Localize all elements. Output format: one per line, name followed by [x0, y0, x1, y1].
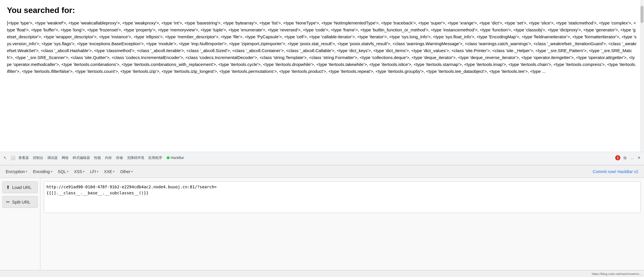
- status-text: https://blog.csdn.net/nan/znownm...: [592, 272, 642, 276]
- main-content: You searched for: [<type 'type'>, <type …: [0, 0, 644, 156]
- hackbar-commit-button[interactable]: Commit now! HackBar v2: [590, 168, 641, 175]
- hackbar-sql-menu[interactable]: SQL ▾: [56, 168, 71, 175]
- hackbar-url-input[interactable]: [44, 181, 641, 213]
- xss-chevron-icon: ▾: [83, 170, 85, 173]
- status-bar: https://blog.csdn.net/nan/znownm...: [0, 270, 644, 277]
- debugger-label[interactable]: 调试器: [46, 155, 59, 161]
- hackbar-encryption-label: Encryption: [6, 169, 25, 174]
- hackbar-lfi-label: LFI: [90, 169, 96, 174]
- hackbar-label: HackBar: [171, 156, 184, 160]
- style-editor-label[interactable]: 样式编辑器: [72, 155, 91, 161]
- hackbar-xxe-menu[interactable]: XXE ▾: [102, 168, 117, 175]
- hackbar-other-menu[interactable]: Other ▾: [118, 168, 135, 175]
- close-devtools-label[interactable]: ✕: [637, 155, 642, 160]
- more-options-label[interactable]: ...: [630, 155, 635, 160]
- encryption-chevron-icon: ▾: [26, 170, 27, 173]
- hackbar-xss-label: XSS: [74, 169, 82, 174]
- search-result-text: [<type 'type'>, <type 'weakref'>, <type …: [7, 20, 637, 75]
- hackbar-xxe-label: XXE: [104, 169, 112, 174]
- hackbar-tab[interactable]: HackBar: [165, 155, 186, 160]
- copy-icon[interactable]: ⧉: [622, 155, 628, 161]
- network-label[interactable]: 网络: [61, 155, 70, 161]
- hackbar-lfi-menu[interactable]: LFI ▾: [88, 168, 101, 175]
- console-label[interactable]: 控制台: [32, 155, 44, 161]
- hackbar-encryption-menu[interactable]: Encryption ▾: [3, 168, 29, 175]
- load-url-icon: ⬆: [6, 185, 10, 190]
- hackbar-sql-label: SQL: [58, 169, 66, 174]
- hackbar-xss-menu[interactable]: XSS ▾: [72, 168, 87, 175]
- other-chevron-icon: ▾: [131, 170, 133, 173]
- lfi-chevron-icon: ▾: [97, 170, 98, 173]
- cursor-icon[interactable]: ↖: [2, 155, 8, 161]
- storage-label[interactable]: 存储: [115, 155, 124, 161]
- load-url-button[interactable]: ⬆ Load URL: [2, 181, 38, 193]
- scroll-thumb[interactable]: [641, 6, 643, 23]
- apps-label[interactable]: 应用程序: [147, 155, 163, 161]
- xxe-chevron-icon: ▾: [113, 170, 114, 173]
- hackbar-other-label: Other: [120, 169, 130, 174]
- search-heading: You searched for:: [7, 6, 637, 15]
- view-label[interactable]: 查看器: [17, 155, 30, 161]
- hackbar-encoding-menu[interactable]: Encoding ▾: [31, 168, 54, 175]
- load-url-label: Load URL: [12, 185, 32, 190]
- split-url-label: Split URL: [12, 200, 30, 204]
- sql-chevron-icon: ▾: [67, 170, 68, 173]
- browser-toolbar: ↖ ⬜ 查看器 控制台 调试器 网络 样式编辑器 性能 内存 存储 无障碍环境 …: [0, 152, 644, 164]
- inspect-box-icon[interactable]: ⬜: [10, 155, 16, 161]
- hackbar-menubar: Encryption ▾ Encoding ▾ SQL ▾ XSS ▾ LFI …: [0, 165, 644, 178]
- hackbar-dot-icon: [167, 156, 170, 159]
- hackbar-url-area: [40, 178, 644, 270]
- performance-label[interactable]: 性能: [93, 155, 102, 161]
- hackbar-sidebar: ⬆ Load URL ✂ Split URL: [0, 178, 40, 270]
- hackbar-body: ⬆ Load URL ✂ Split URL: [0, 178, 644, 270]
- hackbar-panel: Encryption ▾ Encoding ▾ SQL ▾ XSS ▾ LFI …: [0, 165, 644, 277]
- error-badge[interactable]: 1: [615, 155, 620, 160]
- accessibility-label[interactable]: 无障碍环境: [126, 155, 145, 161]
- encoding-chevron-icon: ▾: [51, 170, 52, 173]
- split-url-icon: ✂: [6, 199, 10, 205]
- memory-label[interactable]: 内存: [104, 155, 113, 161]
- hackbar-encoding-label: Encoding: [33, 169, 50, 174]
- scrollbar[interactable]: [640, 0, 644, 156]
- split-url-button[interactable]: ✂ Split URL: [2, 196, 38, 208]
